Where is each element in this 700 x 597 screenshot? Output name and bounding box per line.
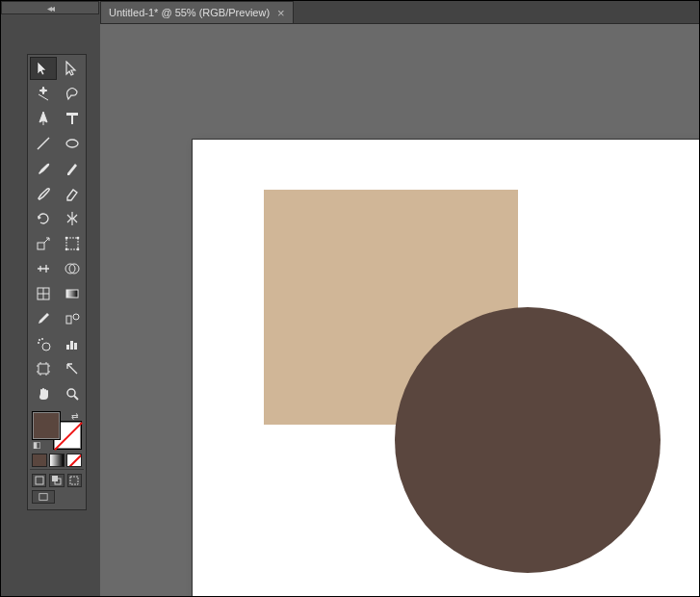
blob-brush-tool[interactable] <box>30 182 57 205</box>
type-tool[interactable] <box>59 107 86 130</box>
document-tab[interactable]: Untitled-1* @ 55% (RGB/Preview) × <box>100 1 294 23</box>
fill-color-swatch[interactable] <box>32 411 61 440</box>
free-transform-tool[interactable] <box>59 232 86 255</box>
color-mode-none[interactable] <box>66 454 82 467</box>
color-swatch-area: ⇄ ◧ <box>30 409 84 452</box>
color-mode-gradient[interactable] <box>49 454 65 467</box>
tools-panel: ⇄ ◧ <box>27 54 87 510</box>
pen-tool[interactable] <box>30 107 57 130</box>
pencil-tool[interactable] <box>59 157 86 180</box>
direct-selection-tool[interactable] <box>59 57 86 80</box>
magic-wand-tool[interactable] <box>30 82 57 105</box>
artboard-tool[interactable] <box>30 357 57 380</box>
slice-tool[interactable] <box>59 357 86 380</box>
reflect-tool[interactable] <box>59 207 86 230</box>
svg-rect-0 <box>36 477 43 484</box>
zoom-tool[interactable] <box>59 382 86 405</box>
default-colors-icon[interactable]: ◧ <box>30 438 43 452</box>
close-icon[interactable]: × <box>277 7 285 19</box>
color-mode-solid[interactable] <box>32 454 47 467</box>
svg-rect-4 <box>39 494 47 501</box>
blend-tool[interactable] <box>59 307 86 330</box>
svg-rect-3 <box>70 477 78 484</box>
paintbrush-tool[interactable] <box>30 157 57 180</box>
panel-collapse-button[interactable]: ◂◂ <box>1 1 99 14</box>
eraser-tool[interactable] <box>59 182 86 205</box>
ellipse-tool[interactable] <box>59 132 86 155</box>
gradient-tool[interactable] <box>59 282 86 305</box>
rotate-tool[interactable] <box>30 207 57 230</box>
eyedropper-tool[interactable] <box>30 307 57 330</box>
document-tab-title: Untitled-1* @ 55% (RGB/Preview) <box>109 7 270 18</box>
draw-behind-icon[interactable] <box>49 474 64 487</box>
shape-builder-tool[interactable] <box>59 257 86 280</box>
scale-tool[interactable] <box>30 232 57 255</box>
collapse-glyph: ◂◂ <box>47 3 53 13</box>
line-segment-tool[interactable] <box>30 132 57 155</box>
document-tab-bar: Untitled-1* @ 55% (RGB/Preview) × <box>100 1 699 24</box>
fill-mode-row <box>32 454 82 467</box>
document-viewport[interactable] <box>100 24 699 596</box>
hand-tool[interactable] <box>30 382 57 405</box>
screen-mode-button-row <box>32 490 82 504</box>
draw-inside-icon[interactable] <box>67 474 82 487</box>
selection-tool[interactable] <box>30 57 57 80</box>
width-tool[interactable] <box>30 257 57 280</box>
artboard[interactable] <box>193 140 699 596</box>
draw-normal-icon[interactable] <box>32 474 46 487</box>
column-graph-tool[interactable] <box>59 332 86 355</box>
screen-mode-row <box>32 474 82 487</box>
screen-mode-button[interactable] <box>32 490 55 504</box>
lasso-tool[interactable] <box>59 82 86 105</box>
mesh-tool[interactable] <box>30 282 57 305</box>
ellipse-shape[interactable] <box>395 307 661 573</box>
symbol-sprayer-tool[interactable] <box>30 332 57 355</box>
